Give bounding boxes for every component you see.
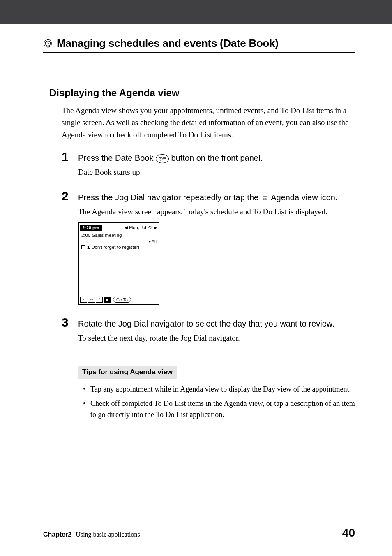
agenda-view-screenshot: 2:28 pm ◀ Mon, Jul 23 ▶ 2:00 Sales meeti… — [78, 222, 159, 305]
step-2: 2 Press the Jog Dial navigator repeatedl… — [62, 190, 355, 305]
date-book-app-icon — [43, 39, 53, 48]
todo-priority: 1 — [87, 245, 90, 250]
tips-list: Tap any appointment while in Agenda view… — [83, 384, 355, 420]
tips-heading: Tips for using Agenda view — [78, 366, 177, 379]
month-view-button[interactable]: ⠿ — [96, 297, 103, 303]
step-3: 3 Rotate the Jog Dial navigator to selec… — [62, 316, 355, 344]
step-body: To select the next day, rotate the Jog D… — [78, 332, 355, 344]
go-to-button[interactable]: Go To — [113, 297, 131, 303]
todo-checkbox-icon[interactable] — [81, 245, 85, 249]
todo-text: Don't forget to register! — [91, 245, 139, 250]
section-title: Displaying the Agenda view — [49, 87, 355, 99]
chapter-title: Managing schedules and events (Date Book… — [57, 37, 279, 50]
step-number: 2 — [62, 190, 72, 202]
figure-category-filter[interactable]: All — [79, 239, 159, 244]
step-body: Date Book starts up. — [78, 166, 355, 178]
svg-line-6 — [161, 159, 161, 159]
figure-date-label: Mon, Jul 23 — [129, 225, 152, 230]
svg-line-3 — [48, 44, 49, 44]
step-instr-post: button on the front panel. — [171, 153, 263, 162]
page-number: 40 — [342, 526, 355, 540]
step-instr-post: Agenda view icon. — [271, 193, 337, 202]
next-day-arrow-icon[interactable]: ▶ — [154, 225, 157, 230]
top-header-bar — [0, 0, 392, 24]
day-view-button[interactable]: · — [80, 297, 87, 303]
agenda-view-icon — [261, 194, 269, 202]
step-instruction: Rotate the Jog Dial navigator to select … — [78, 318, 334, 329]
figure-time-badge[interactable]: 2:28 pm — [80, 225, 102, 231]
page-content: Managing schedules and events (Date Book… — [0, 37, 392, 420]
figure-todo-item[interactable]: 1 Don't forget to register! — [79, 244, 159, 250]
footer-left: Chapter2 Using basic applications — [43, 531, 140, 538]
steps-list: 1 Press the Date Book button on — [62, 151, 355, 420]
step-1: 1 Press the Date Book button on — [62, 151, 355, 178]
figure-appointment[interactable]: 2:00 Sales meeting — [79, 232, 159, 238]
section-intro: The Agenda view shows you your appointme… — [62, 104, 355, 141]
footer-chapter: Chapter2 — [43, 531, 71, 538]
tip-item: Tap any appointment while in Agenda view… — [83, 384, 355, 395]
step-instr-pre: Press the Date Book — [78, 153, 156, 162]
tip-item: Check off completed To Do List items in … — [83, 398, 355, 420]
svg-rect-13 — [263, 199, 264, 200]
date-book-button-icon — [156, 154, 169, 163]
step-number: 3 — [62, 316, 72, 329]
figure-bottom-bar: · ⋯ ⠿ ≣ Go To — [79, 296, 159, 304]
step-body: The Agenda view screen appears. Today's … — [78, 206, 355, 218]
footer-subtitle: Using basic applications — [76, 531, 140, 538]
chapter-heading-row: Managing schedules and events (Date Book… — [43, 37, 355, 53]
step-number: 1 — [62, 151, 72, 163]
week-view-button[interactable]: ⋯ — [88, 297, 95, 303]
step-instr-pre: Press the Jog Dial navigator repeatedly … — [78, 193, 261, 202]
figure-date-nav: ◀ Mon, Jul 23 ▶ — [125, 225, 159, 230]
step-instruction: Press the Date Book button on the front … — [78, 152, 263, 164]
step-instr-pre: Rotate the Jog Dial navigator to select … — [78, 319, 334, 328]
figure-header: 2:28 pm ◀ Mon, Jul 23 ▶ — [79, 223, 159, 232]
figure-filter-label: All — [152, 239, 157, 244]
step-instruction: Press the Jog Dial navigator repeatedly … — [78, 192, 337, 203]
page-footer: Chapter2 Using basic applications 40 — [43, 522, 355, 540]
agenda-view-button[interactable]: ≣ — [104, 297, 111, 303]
prev-day-arrow-icon[interactable]: ◀ — [125, 225, 128, 230]
